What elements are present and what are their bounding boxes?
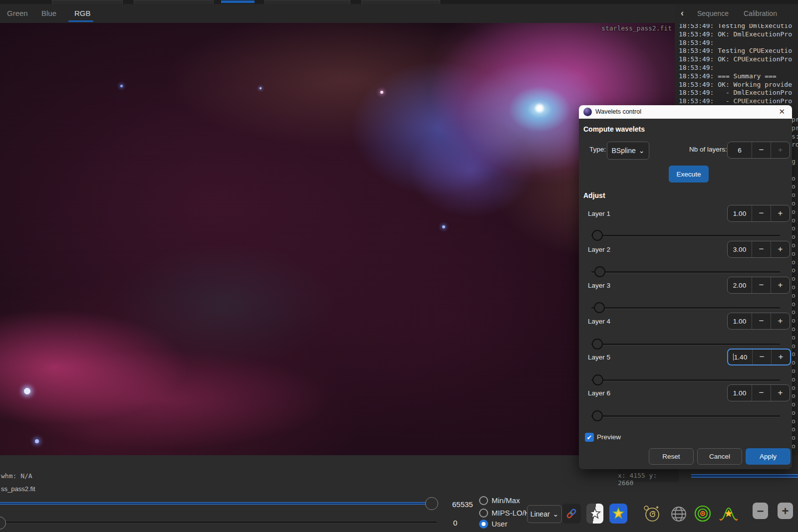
photometry-button[interactable] <box>694 504 712 524</box>
cursor-coords-box: x: 4155 y: 2660 <box>618 469 679 482</box>
log-output-clipped: prprs:ro g ooooooooooooooooooooooooooooo… <box>792 116 798 451</box>
layer5-plus-button[interactable]: + <box>771 350 790 364</box>
tab-calibration[interactable]: Calibration <box>744 9 777 17</box>
collapse-panel-icon[interactable]: ‹ <box>681 8 684 18</box>
layer2-minus-button[interactable]: − <box>752 241 771 257</box>
layer2-slider-track[interactable] <box>591 271 780 273</box>
close-icon[interactable]: ✕ <box>779 107 785 116</box>
radio-minmax-label[interactable]: Min/Max <box>492 496 520 505</box>
zoom-out-button[interactable]: − <box>753 503 768 519</box>
log-line-fragment: o <box>792 375 798 384</box>
log-line-fragment: o <box>792 191 798 199</box>
lo-slider-handle[interactable] <box>0 517 6 530</box>
colored-star-button[interactable] <box>609 504 627 524</box>
link-channels-icon <box>565 508 577 520</box>
layer1-slider-track[interactable] <box>591 235 780 236</box>
log-line-fragment: o <box>792 275 798 283</box>
hi-value[interactable]: 65535 <box>452 500 473 509</box>
log-line-fragment: o <box>792 266 798 275</box>
log-line-fragment: o <box>792 182 798 191</box>
zoom-in-button[interactable]: + <box>778 503 793 519</box>
layer5-minus-button[interactable]: − <box>752 350 771 364</box>
radio-mips-label[interactable]: MIPS-LO/HI <box>492 509 532 517</box>
layer3-plus-button[interactable]: + <box>771 277 790 293</box>
layer6-value[interactable]: 1.00 <box>728 385 752 401</box>
layer1-value[interactable]: 1.00 <box>728 205 752 221</box>
log-line-fragment: o <box>792 392 798 400</box>
layer3-slider-track[interactable] <box>591 307 780 309</box>
hi-slider-handle[interactable] <box>425 497 438 510</box>
layer4-slider-track[interactable] <box>591 344 780 345</box>
radio-mips[interactable] <box>479 509 488 518</box>
hi-slider-fill <box>0 502 429 505</box>
lo-value[interactable]: 0 <box>453 519 457 527</box>
layer6-minus-button[interactable]: − <box>752 385 771 401</box>
nb-layers-minus-button[interactable]: − <box>752 142 771 158</box>
layer4-value[interactable]: 1.00 <box>728 313 752 329</box>
star-mask-button[interactable] <box>586 504 603 524</box>
image-canvas[interactable]: starless_pass2.fit <box>0 23 675 455</box>
top-edge-active-tab <box>221 0 255 3</box>
layer6-slider-handle[interactable] <box>592 410 603 421</box>
star-dot <box>24 388 30 394</box>
active-tab-underline <box>68 20 93 22</box>
radio-user-label[interactable]: User <box>492 520 508 528</box>
log-line: 18:53:49: - DmlExecutionPro <box>679 89 798 97</box>
layer3-minus-button[interactable]: − <box>752 277 771 293</box>
siril-app-icon <box>583 108 592 116</box>
log-line-fragment: o <box>792 350 798 358</box>
layer6-slider-track[interactable] <box>591 415 780 417</box>
layer3-slider-handle[interactable] <box>594 302 605 313</box>
tab-sequence[interactable]: Sequence <box>697 9 729 17</box>
astrometry-button[interactable] <box>670 505 687 524</box>
tab-rgb[interactable]: RGB <box>74 9 91 17</box>
layer5-slider-track[interactable] <box>591 379 780 381</box>
layer3-spinner: 2.00 − + <box>727 277 790 294</box>
layer1-plus-button[interactable]: + <box>771 205 790 221</box>
nb-layers-plus-button[interactable]: + <box>771 142 790 158</box>
layer4-plus-button[interactable]: + <box>771 313 790 329</box>
link-channels-button[interactable] <box>562 504 581 524</box>
log-line-fragment: o <box>792 224 798 233</box>
apply-button[interactable]: Apply <box>746 448 791 465</box>
tab-blue[interactable]: Blue <box>41 9 56 17</box>
siril-main-window: Green Blue RGB starless_pass2.fit ‹ Sequ… <box>0 0 798 532</box>
layer5-slider-handle[interactable] <box>592 374 603 385</box>
layer4-spinner: 1.00 − + <box>727 313 790 330</box>
log-line-fragment: o <box>792 292 798 300</box>
layer3-value[interactable]: 2.00 <box>728 277 752 293</box>
log-line-fragment <box>792 149 798 158</box>
log-line: 18:53:49: OK: CPUExecutionPro <box>679 55 798 64</box>
overlay-filename: starless_pass2.fit <box>601 24 672 32</box>
scale-select[interactable]: Linear⌄ <box>527 505 562 523</box>
layer4-minus-button[interactable]: − <box>752 313 771 329</box>
layer5-value[interactable]: 1.40 <box>728 350 752 364</box>
layer2-value[interactable]: 3.00 <box>728 241 752 257</box>
reset-button[interactable]: Reset <box>649 448 694 465</box>
layer2-slider-handle[interactable] <box>594 266 605 277</box>
dialog-titlebar[interactable]: Wavelets control ✕ <box>579 105 792 119</box>
radio-minmax[interactable] <box>479 496 488 505</box>
layer1-minus-button[interactable]: − <box>752 205 771 221</box>
layer6-plus-button[interactable]: + <box>771 385 790 401</box>
execute-button[interactable]: Execute <box>669 166 709 182</box>
globe-icon <box>670 506 687 523</box>
log-line-fragment: o <box>792 400 798 409</box>
layer4-slider-handle[interactable] <box>592 339 603 350</box>
tab-green[interactable]: Green <box>7 9 28 17</box>
lo-slider-track[interactable] <box>0 522 437 523</box>
log-output[interactable]: 18:53:49: Testing DmlExecutio18:53:49: O… <box>679 24 798 106</box>
log-line: 18:53:49: <box>679 64 798 72</box>
cursor-coords: x: 4155 y: 2660 <box>618 472 676 487</box>
layer1-slider-handle[interactable] <box>592 230 603 241</box>
layer2-plus-button[interactable]: + <box>771 241 790 257</box>
nb-layers-value[interactable]: 6 <box>728 142 752 158</box>
cancel-button[interactable]: Cancel <box>697 448 742 465</box>
spiral-galaxy-button[interactable] <box>643 504 661 524</box>
log-line: 18:53:49: === Summary === <box>679 72 798 81</box>
log-line-fragment: o <box>792 409 798 417</box>
wavelet-type-select[interactable]: BSpline⌄ <box>607 142 649 160</box>
psf-button[interactable] <box>719 504 739 524</box>
radio-user[interactable] <box>479 520 488 529</box>
preview-checkbox[interactable]: ✔ <box>585 433 594 442</box>
